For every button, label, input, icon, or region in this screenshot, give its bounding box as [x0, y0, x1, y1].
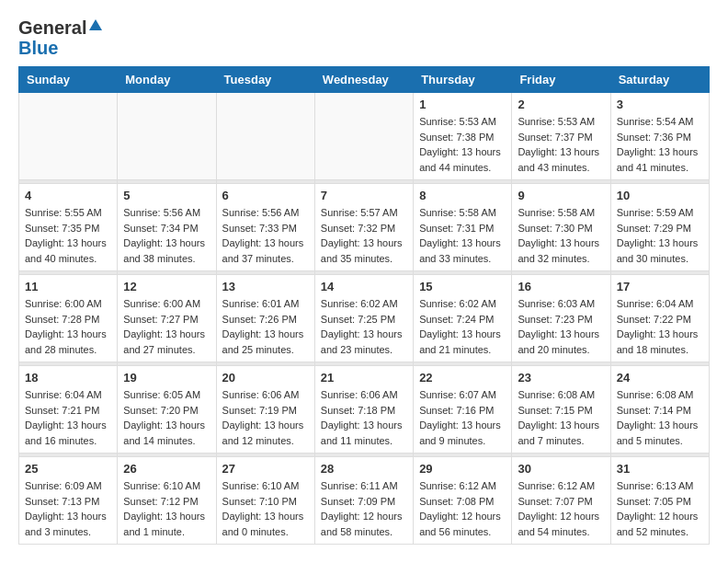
calendar-day-cell: 17Sunrise: 6:04 AMSunset: 7:22 PMDayligh…: [610, 275, 709, 362]
day-number: 9: [518, 189, 604, 202]
day-info: Sunrise: 6:09 AMSunset: 7:13 PMDaylight:…: [25, 478, 111, 539]
day-info: Sunrise: 5:53 AMSunset: 7:38 PMDaylight:…: [419, 114, 506, 175]
day-number: 4: [25, 189, 111, 202]
day-info: Sunrise: 5:54 AMSunset: 7:36 PMDaylight:…: [617, 114, 703, 175]
day-number: 8: [419, 189, 506, 202]
day-number: 23: [518, 371, 604, 385]
day-info: Sunrise: 5:58 AMSunset: 7:30 PMDaylight:…: [518, 205, 604, 266]
calendar-day-cell: [314, 93, 413, 180]
day-number: 15: [419, 280, 506, 293]
day-number: 6: [222, 189, 309, 202]
calendar-day-cell: 6Sunrise: 5:56 AMSunset: 7:33 PMDaylight…: [216, 184, 314, 271]
day-number: 7: [321, 189, 407, 202]
calendar-day-cell: 31Sunrise: 6:13 AMSunset: 7:05 PMDayligh…: [610, 457, 709, 545]
day-info: Sunrise: 6:04 AMSunset: 7:21 PMDaylight:…: [25, 387, 111, 448]
calendar-day-cell: 21Sunrise: 6:06 AMSunset: 7:18 PMDayligh…: [314, 366, 413, 454]
weekday-header: Saturday: [610, 67, 709, 93]
day-info: Sunrise: 6:08 AMSunset: 7:15 PMDaylight:…: [518, 387, 604, 448]
day-info: Sunrise: 5:59 AMSunset: 7:29 PMDaylight:…: [617, 205, 703, 266]
calendar-day-cell: 28Sunrise: 6:11 AMSunset: 7:09 PMDayligh…: [314, 457, 413, 545]
calendar-day-cell: 2Sunrise: 5:53 AMSunset: 7:37 PMDaylight…: [512, 93, 610, 180]
calendar-day-cell: 9Sunrise: 5:58 AMSunset: 7:30 PMDaylight…: [512, 184, 610, 271]
day-info: Sunrise: 5:53 AMSunset: 7:37 PMDaylight:…: [518, 114, 604, 175]
calendar-day-cell: 30Sunrise: 6:12 AMSunset: 7:07 PMDayligh…: [512, 457, 610, 545]
calendar-day-cell: 23Sunrise: 6:08 AMSunset: 7:15 PMDayligh…: [512, 366, 610, 454]
calendar-day-cell: [19, 93, 118, 180]
day-number: 17: [617, 280, 703, 293]
calendar-day-cell: 7Sunrise: 5:57 AMSunset: 7:32 PMDaylight…: [314, 184, 413, 271]
day-info: Sunrise: 6:02 AMSunset: 7:25 PMDaylight:…: [321, 296, 407, 357]
day-number: 10: [617, 189, 703, 202]
calendar-day-cell: 19Sunrise: 6:05 AMSunset: 7:20 PMDayligh…: [118, 366, 216, 454]
calendar-day-cell: 20Sunrise: 6:06 AMSunset: 7:19 PMDayligh…: [216, 366, 314, 454]
day-info: Sunrise: 6:06 AMSunset: 7:19 PMDaylight:…: [222, 387, 309, 448]
calendar-day-cell: 15Sunrise: 6:02 AMSunset: 7:24 PMDayligh…: [414, 275, 512, 362]
day-number: 27: [222, 462, 309, 476]
day-number: 30: [518, 462, 604, 476]
calendar-day-cell: [118, 93, 216, 180]
day-number: 18: [25, 371, 111, 385]
calendar-day-cell: 14Sunrise: 6:02 AMSunset: 7:25 PMDayligh…: [314, 275, 413, 362]
calendar-week-row: 1Sunrise: 5:53 AMSunset: 7:38 PMDaylight…: [19, 93, 710, 180]
day-info: Sunrise: 6:05 AMSunset: 7:20 PMDaylight:…: [123, 387, 210, 448]
day-info: Sunrise: 6:12 AMSunset: 7:08 PMDaylight:…: [419, 478, 506, 539]
day-number: 25: [25, 462, 111, 476]
day-info: Sunrise: 6:13 AMSunset: 7:05 PMDaylight:…: [617, 478, 703, 539]
calendar-day-cell: 18Sunrise: 6:04 AMSunset: 7:21 PMDayligh…: [19, 366, 118, 454]
day-info: Sunrise: 5:56 AMSunset: 7:33 PMDaylight:…: [222, 205, 309, 266]
day-info: Sunrise: 6:06 AMSunset: 7:18 PMDaylight:…: [321, 387, 407, 448]
day-info: Sunrise: 5:55 AMSunset: 7:35 PMDaylight:…: [25, 205, 111, 266]
day-number: 22: [419, 371, 506, 385]
day-number: 26: [123, 462, 210, 476]
day-info: Sunrise: 6:11 AMSunset: 7:09 PMDaylight:…: [321, 478, 407, 539]
day-info: Sunrise: 6:01 AMSunset: 7:26 PMDaylight:…: [222, 296, 309, 357]
logo-blue-text: Blue: [18, 38, 58, 58]
calendar-day-cell: 10Sunrise: 5:59 AMSunset: 7:29 PMDayligh…: [610, 184, 709, 271]
calendar-week-row: 4Sunrise: 5:55 AMSunset: 7:35 PMDaylight…: [19, 184, 710, 271]
logo-icon: [88, 18, 103, 33]
day-number: 31: [617, 462, 703, 476]
calendar-day-cell: 1Sunrise: 5:53 AMSunset: 7:38 PMDaylight…: [414, 93, 512, 180]
calendar-day-cell: 8Sunrise: 5:58 AMSunset: 7:31 PMDaylight…: [414, 184, 512, 271]
day-number: 19: [123, 371, 210, 385]
day-number: 24: [617, 371, 703, 385]
weekday-header: Sunday: [19, 67, 118, 93]
calendar-day-cell: 16Sunrise: 6:03 AMSunset: 7:23 PMDayligh…: [512, 275, 610, 362]
calendar-day-cell: 4Sunrise: 5:55 AMSunset: 7:35 PMDaylight…: [19, 184, 118, 271]
logo: General Blue: [18, 18, 103, 57]
day-info: Sunrise: 6:03 AMSunset: 7:23 PMDaylight:…: [518, 296, 604, 357]
day-number: 12: [123, 280, 210, 293]
day-info: Sunrise: 6:04 AMSunset: 7:22 PMDaylight:…: [617, 296, 703, 357]
day-info: Sunrise: 5:56 AMSunset: 7:34 PMDaylight:…: [123, 205, 210, 266]
day-info: Sunrise: 6:10 AMSunset: 7:12 PMDaylight:…: [123, 478, 210, 539]
day-number: 21: [321, 371, 407, 385]
day-info: Sunrise: 6:08 AMSunset: 7:14 PMDaylight:…: [617, 387, 703, 448]
weekday-header: Thursday: [414, 67, 512, 93]
weekday-header: Monday: [118, 67, 216, 93]
day-number: 20: [222, 371, 309, 385]
day-number: 5: [123, 189, 210, 202]
calendar-day-cell: [216, 93, 314, 180]
calendar-day-cell: 13Sunrise: 6:01 AMSunset: 7:26 PMDayligh…: [216, 275, 314, 362]
day-number: 29: [419, 462, 506, 476]
calendar-day-cell: 26Sunrise: 6:10 AMSunset: 7:12 PMDayligh…: [118, 457, 216, 545]
day-number: 11: [25, 280, 111, 293]
day-info: Sunrise: 6:00 AMSunset: 7:28 PMDaylight:…: [25, 296, 111, 357]
weekday-header: Tuesday: [216, 67, 314, 93]
calendar-week-row: 25Sunrise: 6:09 AMSunset: 7:13 PMDayligh…: [19, 457, 710, 545]
weekday-header: Wednesday: [314, 67, 413, 93]
day-info: Sunrise: 6:10 AMSunset: 7:10 PMDaylight:…: [222, 478, 309, 539]
day-number: 3: [617, 98, 703, 111]
day-number: 16: [518, 280, 604, 293]
day-info: Sunrise: 6:02 AMSunset: 7:24 PMDaylight:…: [419, 296, 506, 357]
day-number: 1: [419, 98, 506, 111]
calendar-day-cell: 5Sunrise: 5:56 AMSunset: 7:34 PMDaylight…: [118, 184, 216, 271]
calendar-week-row: 18Sunrise: 6:04 AMSunset: 7:21 PMDayligh…: [19, 366, 710, 454]
calendar-day-cell: 3Sunrise: 5:54 AMSunset: 7:36 PMDaylight…: [610, 93, 709, 180]
day-info: Sunrise: 6:12 AMSunset: 7:07 PMDaylight:…: [518, 478, 604, 539]
calendar-day-cell: 12Sunrise: 6:00 AMSunset: 7:27 PMDayligh…: [118, 275, 216, 362]
calendar-header-row: SundayMondayTuesdayWednesdayThursdayFrid…: [19, 67, 710, 93]
svg-marker-0: [89, 19, 102, 30]
calendar-day-cell: 22Sunrise: 6:07 AMSunset: 7:16 PMDayligh…: [414, 366, 512, 454]
day-number: 2: [518, 98, 604, 111]
